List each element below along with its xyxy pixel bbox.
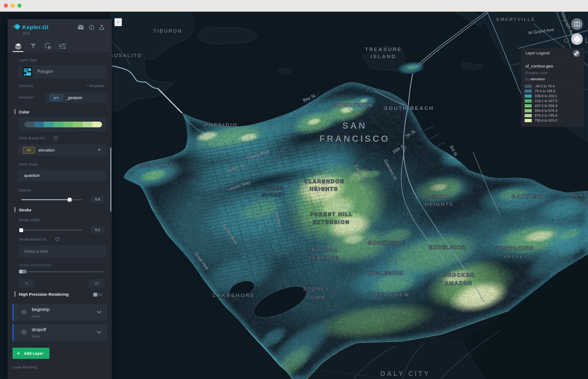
svg-text:TREASURE: TREASURE	[365, 47, 402, 52]
svg-text:TIBURON: TIBURON	[153, 28, 182, 34]
svg-text:TERRACE: TERRACE	[308, 255, 339, 261]
svg-text:VISITACION: VISITACION	[497, 245, 534, 251]
svg-text:BALBOA: BALBOA	[311, 247, 338, 253]
svg-text:AMAZON: AMAZON	[445, 280, 472, 286]
svg-text:VALLEY: VALLEY	[503, 253, 528, 259]
svg-text:SUNNYSIDE: SUNNYSIDE	[368, 240, 406, 246]
svg-text:BERNAL: BERNAL	[426, 194, 453, 199]
svg-text:INGLESIDE: INGLESIDE	[368, 270, 403, 276]
svg-text:EXCELSIOR: EXCELSIOR	[429, 244, 466, 250]
svg-text:PRESIDIO: PRESIDIO	[205, 122, 238, 128]
svg-text:FOREST HILL: FOREST HILL	[310, 211, 353, 217]
svg-text:DALY CITY: DALY CITY	[380, 370, 430, 377]
svg-text:HEIGHTS: HEIGHTS	[310, 186, 338, 192]
svg-text:BAYVIEW: BAYVIEW	[512, 193, 543, 199]
svg-text:INNER: INNER	[265, 186, 284, 191]
svg-text:HEIGHTS: HEIGHTS	[425, 201, 453, 207]
svg-text:CHINATOWN: CHINATOWN	[332, 102, 373, 108]
svg-text:EMERYVILLE: EMERYVILLE	[497, 17, 536, 22]
svg-text:FRANCISCO: FRANCISCO	[319, 134, 390, 144]
svg-text:CLARENDON: CLARENDON	[304, 178, 345, 184]
svg-text:STONES: STONES	[303, 286, 329, 292]
svg-text:OCEANVIEW: OCEANVIEW	[370, 292, 410, 297]
svg-text:TOWN: TOWN	[306, 294, 325, 300]
svg-text:POI: POI	[581, 201, 588, 206]
svg-text:SAN: SAN	[342, 121, 367, 131]
svg-text:ISLAND: ISLAND	[371, 54, 397, 59]
svg-text:SOUTH BEACH: SOUTH BEACH	[384, 105, 434, 111]
svg-text:CROCKER: CROCKER	[443, 272, 475, 278]
svg-text:SUNSET: SUNSET	[262, 192, 286, 198]
svg-text:EXTENSION: EXTENSION	[313, 219, 350, 225]
svg-text:SEACLIFF: SEACLIFF	[141, 162, 175, 168]
svg-text:LAKESHORE: LAKESHORE	[213, 292, 255, 298]
svg-text:HUNT: HUNT	[570, 192, 588, 198]
